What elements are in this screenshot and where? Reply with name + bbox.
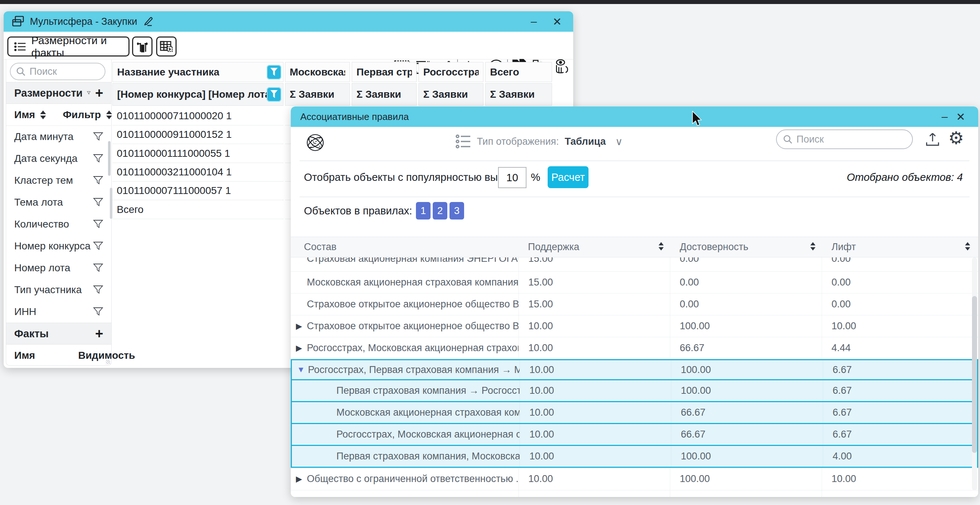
- sidebar-item[interactable]: Номер конкурса: [6, 235, 111, 257]
- table-layout-button[interactable]: [156, 37, 177, 57]
- pivot-row-header[interactable]: 0101100003211000104 1: [112, 163, 283, 182]
- pivot-column-header[interactable]: Всего: [485, 62, 552, 82]
- dimensions-facts-button[interactable]: Размерности и факты: [7, 37, 129, 57]
- dialog-titlebar[interactable]: Ассоциативные правила – ✕: [291, 106, 978, 127]
- sidebar-item[interactable]: Дата минута: [6, 126, 111, 148]
- rule-size-button-2[interactable]: 2: [433, 202, 447, 219]
- pivot-filter-button[interactable]: [267, 65, 281, 79]
- rule-row[interactable]: Московская акционерная страховая компани…: [291, 272, 978, 294]
- pivot-row-field-1[interactable]: Название участника: [112, 62, 283, 82]
- sort-icon[interactable]: [659, 242, 664, 251]
- dialog-minimize-button[interactable]: –: [937, 111, 953, 123]
- dialog-settings-icon[interactable]: ⚙: [948, 127, 964, 149]
- sidebar-item[interactable]: Тема лота: [6, 191, 111, 213]
- popularity-label: Отобрать объекты с популярностью выше: [304, 172, 512, 183]
- rule-child-row[interactable]: Росгосстрах, Московская акционерная стр.…: [291, 424, 978, 446]
- rule-size-button-1[interactable]: 1: [416, 202, 431, 219]
- sidebar-scrollbar[interactable]: [108, 141, 111, 176]
- sidebar-item[interactable]: Кластер тем: [6, 170, 111, 191]
- pivot-measure-header[interactable]: Σ Заявки: [418, 83, 484, 106]
- rule-row-selected[interactable]: ▼Росгосстрах, Первая страховая компания …: [291, 359, 978, 380]
- filter-icon: [93, 307, 103, 316]
- filter-icon: [93, 198, 103, 207]
- rule-child-row[interactable]: Первая страховая компания, Московская ..…: [291, 446, 978, 468]
- rules-table-scrollbar-thumb[interactable]: [972, 296, 977, 453]
- edit-title-icon[interactable]: [142, 16, 154, 27]
- pivot-row-field-2[interactable]: [Номер конкурса] [Номер лота]: [112, 83, 283, 106]
- sidebar-search-input[interactable]: [30, 66, 92, 77]
- divider: [299, 160, 969, 161]
- list-icon: [14, 40, 26, 53]
- pivot-column-header[interactable]: Первая страхо: [352, 62, 417, 82]
- association-sphere-icon: [304, 131, 326, 154]
- add-fact-icon[interactable]: +: [95, 327, 103, 341]
- rule-row[interactable]: ▶Росгосстрах, Московская акционерная стр…: [291, 337, 978, 359]
- filter-icon: [87, 88, 91, 98]
- sidebar-item[interactable]: Номер лота: [6, 257, 111, 279]
- popularity-input[interactable]: [498, 167, 527, 188]
- pivot-column-header[interactable]: Росгосстрах: [418, 62, 484, 82]
- pivot-filter-button[interactable]: [267, 87, 281, 102]
- pivot-column-header[interactable]: Московская ак: [285, 62, 350, 82]
- column-width-button[interactable]: [132, 37, 153, 57]
- sidebar-item[interactable]: Количество: [6, 213, 111, 235]
- filter-icon: [93, 154, 103, 164]
- rule-row[interactable]: Страховая акционерная компания ЭНЕРГОГАР…: [291, 257, 978, 272]
- selected-objects-info: Отобрано объектов: 4: [847, 172, 963, 183]
- column-header-confidence[interactable]: Достоверность: [680, 237, 748, 257]
- rule-row[interactable]: ▶Общество с ограниченной ответственность…: [291, 468, 978, 491]
- sort-name-icon[interactable]: [40, 111, 46, 119]
- dialog-close-button[interactable]: ✕: [953, 111, 969, 123]
- percent-sign: %: [531, 172, 540, 183]
- sidebar-item[interactable]: Тип участника: [6, 279, 111, 301]
- pivot-measure-header[interactable]: Σ Заявки: [352, 83, 417, 106]
- pivot-row-header[interactable]: 0101100007111000057 1: [112, 182, 283, 200]
- pivot-measure-header[interactable]: Σ Заявки: [285, 83, 350, 106]
- add-dimension-icon[interactable]: +: [95, 86, 103, 100]
- expand-icon[interactable]: ▶: [296, 322, 302, 331]
- display-type-select[interactable]: Тип отображения: Таблица ∨: [456, 133, 623, 149]
- rule-size-button-3[interactable]: 3: [450, 202, 464, 219]
- pivot-total-row-header[interactable]: Всего: [112, 200, 283, 219]
- rule-child-row[interactable]: Московская акционерная страховая комп...…: [291, 402, 978, 424]
- dimensions-section-header[interactable]: Размерности +: [6, 82, 111, 104]
- rule-child-row[interactable]: Первая страховая компания → Росгосстра..…: [291, 380, 978, 402]
- search-icon: [16, 67, 26, 76]
- dialog-search[interactable]: [776, 129, 913, 149]
- rules-table-header: Состав Поддержка Достоверность Лифт: [291, 237, 978, 257]
- column-header-lift[interactable]: Лифт: [832, 237, 856, 257]
- pivot-scrollbar[interactable]: [110, 188, 112, 219]
- pivot-row-header[interactable]: 0101100000711000020 1: [112, 107, 283, 125]
- sort-icon[interactable]: [965, 242, 970, 251]
- rule-row[interactable]: Страховое открытое акционерное общество …: [291, 294, 978, 315]
- collapse-icon[interactable]: ▼: [297, 365, 305, 375]
- expand-icon[interactable]: ▶: [296, 343, 302, 353]
- rule-row[interactable]: ▶Страховое открытое акционерное общество…: [291, 315, 978, 337]
- column-header-sostav[interactable]: Состав: [304, 237, 336, 257]
- pivot-measure-header[interactable]: Σ Заявки: [485, 83, 552, 106]
- filter-icon: [93, 176, 103, 185]
- objects-in-rules-label: Объектов в правилах:: [304, 205, 412, 217]
- sort-icon[interactable]: [810, 242, 815, 251]
- watch-data-icon[interactable]: [553, 57, 571, 77]
- pivot-row-header[interactable]: 0101100000911000152 1: [112, 125, 283, 144]
- filter-icon: [93, 132, 103, 141]
- filter-icon: [93, 285, 103, 295]
- sort-filter-icon[interactable]: [106, 111, 112, 119]
- close-button[interactable]: ✕: [549, 15, 565, 28]
- sidebar-item[interactable]: ИНН: [6, 301, 111, 323]
- calculate-button[interactable]: Расчет: [548, 166, 589, 188]
- sidebar-search[interactable]: [10, 63, 105, 80]
- column-header-support[interactable]: Поддержка: [528, 237, 579, 257]
- minimize-button[interactable]: –: [526, 15, 542, 28]
- top-screen-strip: [0, 0, 980, 4]
- pivot-row-header[interactable]: 0101100001111000055 1: [112, 144, 283, 163]
- dialog-search-input[interactable]: [797, 134, 888, 145]
- main-toolbar: Размерности и факты: [4, 32, 573, 59]
- sidebar-item[interactable]: Дата секунда: [6, 148, 111, 170]
- expand-icon[interactable]: ▶: [296, 474, 302, 484]
- facts-section-header[interactable]: Факты +: [6, 323, 111, 345]
- app-cascade-icon: [12, 15, 25, 28]
- dialog-export-icon[interactable]: [924, 130, 940, 148]
- main-titlebar[interactable]: Мультисфера - Закупки – ✕: [4, 11, 573, 32]
